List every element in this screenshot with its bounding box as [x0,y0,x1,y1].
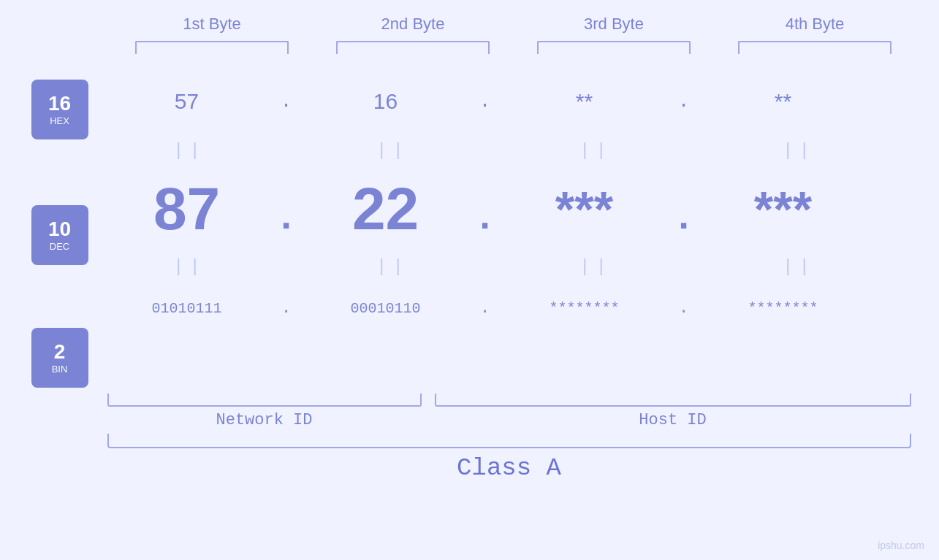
dec-sep1: . [275,177,298,240]
hex-byte3: ** [497,89,672,114]
dec-byte3-value: *** [555,181,613,237]
badges-column: 16 HEX 10 DEC 2 BIN [31,69,88,388]
byte3-header: 3rd Byte [526,15,702,34]
hex-byte2-value: 16 [373,89,398,113]
dec-byte4: *** [696,180,871,237]
bracket-byte3 [537,41,691,54]
hex-byte2: 16 [298,89,474,114]
hex-byte3-value: ** [576,89,593,113]
eq2-byte3: || [506,257,687,277]
bin-byte1: 01010111 [99,300,275,317]
bin-byte1-value: 01010111 [151,300,221,317]
eq2-byte1: || [99,257,281,277]
bottom-bracket-area: Network ID Host ID [107,394,911,429]
dec-byte1: 87 [99,174,275,243]
bin-byte2: 00010110 [298,300,474,317]
byte1-header: 1st Byte [124,15,300,34]
bin-sep3: . [672,299,696,318]
eq2-byte4: || [709,257,890,277]
bottom-brackets [107,394,911,407]
dec-byte1-value: 87 [153,175,220,242]
bin-byte2-value: 00010110 [350,300,420,317]
dec-byte4-value: *** [754,181,812,237]
hex-byte4: ** [696,89,871,114]
hex-byte1: 57 [99,89,275,114]
data-rows: 57 . 16 . ** . ** || || [99,69,908,334]
main-container: 1st Byte 2nd Byte 3rd Byte 4th Byte 16 H… [0,0,939,560]
network-id-label: Network ID [107,411,422,429]
outer-bottom-bracket [107,434,911,448]
hex-row: 57 . 16 . ** . ** [99,69,908,134]
hex-byte4-value: ** [775,89,791,113]
top-brackets [112,41,916,54]
hex-sep2: . [474,91,497,112]
dec-sep3: . [672,177,696,240]
host-id-label: Host ID [435,411,911,429]
hex-sep3: . [672,91,696,112]
bottom-bracket-host [435,394,911,407]
hex-badge-label: HEX [50,115,69,126]
equals-row-1: || || || || [99,134,908,166]
bin-sep1: . [275,299,298,318]
dec-sep2: . [474,177,497,240]
hex-badge-number: 16 [48,93,71,114]
watermark: ipshu.com [878,540,924,551]
dec-badge-number: 10 [48,219,71,239]
bottom-bracket-network [107,394,422,407]
dec-row: 87 . 22 . *** . *** [99,166,908,250]
bin-row: 01010111 . 00010110 . ******** . *******… [99,283,908,334]
id-labels: Network ID Host ID [107,411,911,429]
eq1-byte4: || [709,141,890,161]
bracket-byte2 [336,41,490,54]
dec-badge-label: DEC [50,241,69,252]
eq1-byte1: || [99,141,281,161]
eq2-byte2: || [303,257,484,277]
bin-byte3-value: ******** [549,300,619,317]
byte2-header: 2nd Byte [325,15,501,34]
class-label: Class A [107,454,911,482]
equals-row-2: || || || || [99,250,908,283]
dec-badge: 10 DEC [31,205,88,265]
main-layout: 16 HEX 10 DEC 2 BIN 57 . [31,69,908,388]
hex-badge: 16 HEX [31,80,88,139]
byte4-header: 4th Byte [727,15,902,34]
dec-byte2: 22 [298,174,474,243]
hex-sep1: . [275,91,298,112]
bin-badge-number: 2 [54,342,66,362]
bin-byte3: ******** [497,300,672,317]
dec-byte2-value: 22 [352,175,419,242]
bin-badge-label: BIN [52,364,68,375]
bin-byte4-value: ******** [748,300,818,317]
bracket-byte1 [135,41,289,54]
eq1-byte2: || [303,141,484,161]
bin-badge: 2 BIN [31,328,88,388]
dec-byte3: *** [497,180,672,237]
byte-headers: 1st Byte 2nd Byte 3rd Byte 4th Byte [112,15,916,34]
bracket-byte4 [738,41,892,54]
eq1-byte3: || [506,141,687,161]
bin-sep2: . [474,299,497,318]
hex-byte1-value: 57 [175,89,199,113]
bin-byte4: ******** [696,300,871,317]
